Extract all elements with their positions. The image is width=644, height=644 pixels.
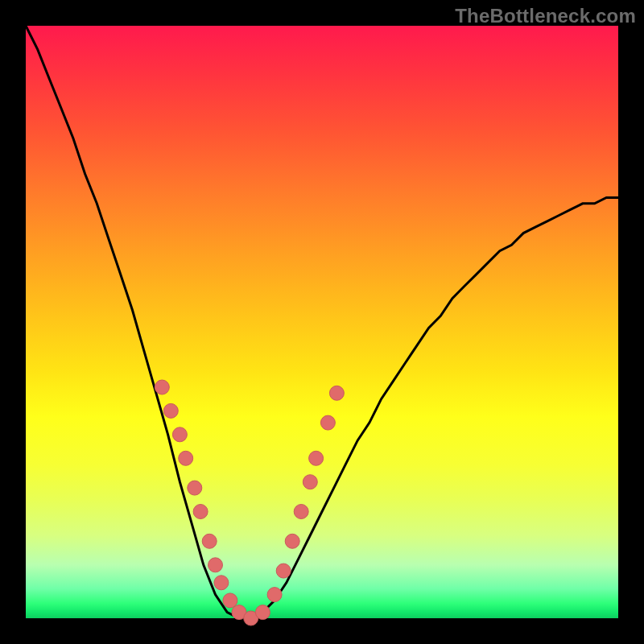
data-marker — [329, 386, 344, 400]
data-marker — [276, 564, 291, 578]
data-marker — [202, 534, 217, 548]
data-marker — [255, 605, 270, 620]
data-marker — [320, 415, 335, 430]
data-marker — [163, 403, 178, 418]
data-marker — [188, 481, 202, 495]
chart-svg — [26, 26, 618, 618]
bottleneck-curve — [26, 26, 618, 618]
data-marker — [179, 451, 193, 465]
chart-canvas: TheBottleneck.com — [0, 0, 644, 644]
data-marker — [285, 534, 299, 548]
data-marker — [303, 475, 317, 489]
data-marker — [155, 380, 169, 394]
data-marker — [294, 505, 308, 519]
data-marker — [309, 451, 324, 465]
watermark-text: TheBottleneck.com — [455, 5, 636, 27]
plot-area — [26, 26, 618, 618]
data-marker — [172, 427, 187, 442]
data-marker — [208, 558, 223, 572]
data-marker — [214, 576, 229, 590]
data-marker — [267, 588, 282, 602]
data-marker — [193, 505, 208, 519]
data-marker — [223, 593, 237, 608]
marker-group — [155, 380, 344, 625]
